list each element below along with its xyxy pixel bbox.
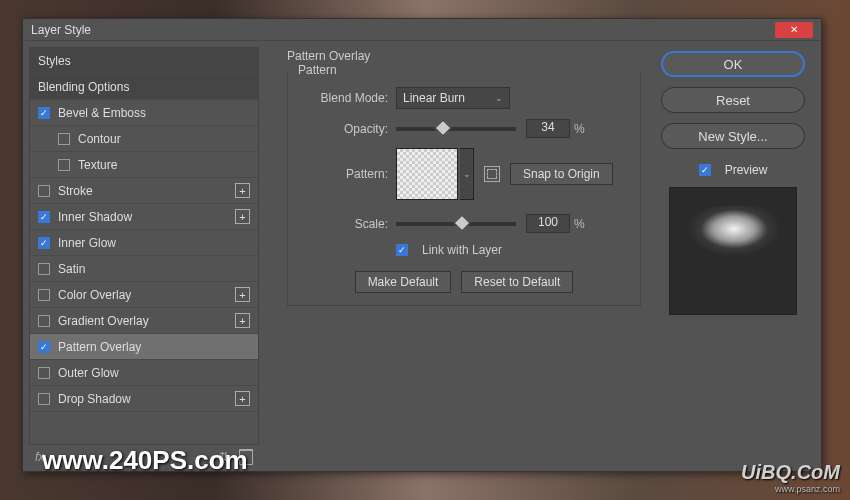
- add-icon[interactable]: +: [235, 391, 250, 406]
- add-icon[interactable]: +: [235, 287, 250, 302]
- opacity-input[interactable]: 34: [526, 119, 570, 138]
- blend-mode-select[interactable]: Linear Burn ⌄: [396, 87, 510, 109]
- sidebar-item-color-overlay[interactable]: Color Overlay +: [30, 282, 258, 308]
- dialog-title: Layer Style: [31, 23, 91, 37]
- sidebar-item-blending[interactable]: Blending Options: [30, 74, 258, 100]
- opacity-slider[interactable]: [396, 127, 516, 131]
- watermark: UiBQ.CoM www.psanz.com: [741, 461, 840, 494]
- sidebar-item-drop-shadow[interactable]: Drop Shadow +: [30, 386, 258, 412]
- sidebar-item-pattern-overlay[interactable]: ✓Pattern Overlay: [30, 334, 258, 360]
- preview-label: Preview: [725, 163, 768, 177]
- scale-slider[interactable]: [396, 222, 516, 226]
- sidebar-item-texture[interactable]: Texture: [30, 152, 258, 178]
- new-preset-icon[interactable]: [484, 166, 500, 182]
- link-label: Link with Layer: [422, 243, 502, 257]
- preview-toggle[interactable]: ✓ Preview: [699, 163, 768, 177]
- make-default-button[interactable]: Make Default: [355, 271, 452, 293]
- close-icon: ✕: [790, 24, 798, 35]
- checkbox-icon[interactable]: [38, 185, 50, 197]
- checkbox-icon[interactable]: [58, 159, 70, 171]
- sidebar-item-outer-glow[interactable]: Outer Glow: [30, 360, 258, 386]
- link-checkbox[interactable]: ✓: [396, 244, 408, 256]
- slider-thumb-icon[interactable]: [454, 214, 471, 231]
- new-style-button[interactable]: New Style...: [661, 123, 805, 149]
- sidebar-item-styles[interactable]: Styles: [30, 48, 258, 74]
- layer-style-dialog: Layer Style ✕ Styles Blending Options ✓B…: [22, 18, 822, 472]
- pattern-dropdown[interactable]: ⌄: [460, 148, 474, 200]
- reset-default-button[interactable]: Reset to Default: [461, 271, 573, 293]
- right-panel: OK Reset New Style... ✓ Preview: [655, 41, 821, 471]
- checkbox-icon[interactable]: ✓: [38, 341, 50, 353]
- sidebar-item-inner-glow[interactable]: ✓Inner Glow: [30, 230, 258, 256]
- add-icon[interactable]: +: [235, 209, 250, 224]
- sidebar-item-contour[interactable]: Contour: [30, 126, 258, 152]
- opacity-unit: %: [574, 122, 585, 136]
- blend-mode-label: Blend Mode:: [300, 91, 388, 105]
- checkbox-icon[interactable]: [58, 133, 70, 145]
- checkbox-icon[interactable]: ✓: [38, 107, 50, 119]
- watermark: www.240PS.com: [42, 445, 248, 476]
- preview-thumbnail: [688, 206, 780, 298]
- sidebar-item-stroke[interactable]: Stroke +: [30, 178, 258, 204]
- sidebar-item-inner-shadow[interactable]: ✓Inner Shadow +: [30, 204, 258, 230]
- effects-panel: Styles Blending Options ✓Bevel & Emboss …: [23, 41, 265, 471]
- checkbox-icon[interactable]: [38, 263, 50, 275]
- sidebar-item-gradient-overlay[interactable]: Gradient Overlay +: [30, 308, 258, 334]
- titlebar: Layer Style ✕: [23, 19, 821, 41]
- ok-button[interactable]: OK: [661, 51, 805, 77]
- checkbox-icon[interactable]: [38, 289, 50, 301]
- add-icon[interactable]: +: [235, 313, 250, 328]
- scale-label: Scale:: [300, 217, 388, 231]
- checkbox-icon[interactable]: ✓: [699, 164, 711, 176]
- sidebar-item-bevel[interactable]: ✓Bevel & Emboss: [30, 100, 258, 126]
- settings-panel: Pattern Overlay Pattern Blend Mode: Line…: [265, 41, 655, 471]
- opacity-label: Opacity:: [300, 122, 388, 136]
- checkbox-icon[interactable]: ✓: [38, 237, 50, 249]
- snap-origin-button[interactable]: Snap to Origin: [510, 163, 613, 185]
- group-title: Pattern Overlay: [287, 49, 641, 63]
- scale-unit: %: [574, 217, 585, 231]
- slider-thumb-icon[interactable]: [434, 119, 451, 136]
- checkbox-icon[interactable]: [38, 315, 50, 327]
- pattern-swatch[interactable]: [396, 148, 458, 200]
- preview-box: [669, 187, 797, 315]
- add-icon[interactable]: +: [235, 183, 250, 198]
- sidebar-item-satin[interactable]: Satin: [30, 256, 258, 282]
- reset-button[interactable]: Reset: [661, 87, 805, 113]
- fieldset-legend: Pattern: [294, 63, 341, 77]
- checkbox-icon[interactable]: [38, 367, 50, 379]
- checkbox-icon[interactable]: [38, 393, 50, 405]
- effects-list: Styles Blending Options ✓Bevel & Emboss …: [29, 47, 259, 445]
- chevron-down-icon: ⌄: [495, 93, 503, 103]
- scale-input[interactable]: 100: [526, 214, 570, 233]
- checkbox-icon[interactable]: ✓: [38, 211, 50, 223]
- pattern-fieldset: Pattern Blend Mode: Linear Burn ⌄ Opacit…: [287, 71, 641, 306]
- close-button[interactable]: ✕: [775, 22, 813, 38]
- pattern-label: Pattern:: [300, 167, 388, 181]
